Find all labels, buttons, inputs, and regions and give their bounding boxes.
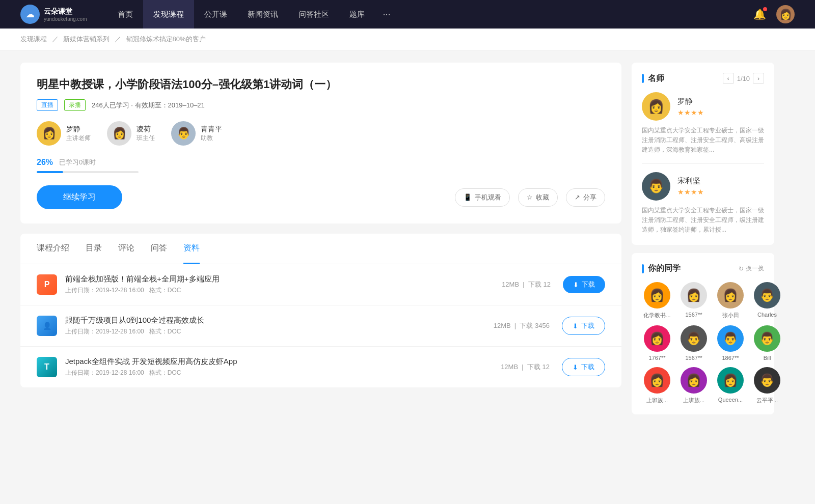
classmate-1-avatar: 👩 — [644, 282, 670, 309]
breadcrumb: 发现课程 ／ 新媒体营销系列 ／ 销冠修炼术搞定80%的客户 — [0, 29, 815, 50]
classmate-2-avatar: 👩 — [681, 282, 707, 309]
logo[interactable]: ☁ 云朵课堂 yundouketang.com — [20, 5, 87, 24]
nav-item-home[interactable]: 首页 — [107, 0, 143, 29]
classmate-2-name: 1567** — [678, 312, 709, 318]
teacher-1: 👩 罗静 主讲老师 — [37, 121, 91, 146]
classmate-7[interactable]: 👨 1867** — [715, 325, 746, 361]
classmate-12[interactable]: 👨 云平平... — [752, 367, 782, 404]
nav-item-discover[interactable]: 发现课程 — [143, 0, 194, 29]
nav-item-news[interactable]: 新闻资讯 — [237, 0, 288, 29]
download-button-2[interactable]: ⬇ 下载 — [562, 317, 605, 335]
sidebar: 名师 ‹ 1/10 › 👩 罗静 ★★★★ 国内某重点大学安全工程专业硕士， — [632, 63, 774, 414]
user-avatar[interactable]: 👩 — [776, 5, 795, 23]
nav-items: 首页 发现课程 公开课 新闻资讯 问答社区 题库 ··· — [107, 0, 753, 29]
mobile-icon: 📱 — [464, 193, 472, 201]
teacher-2-role: 班主任 — [137, 134, 155, 143]
classmate-6[interactable]: 👨 1567** — [678, 325, 709, 361]
teacher-3-name: 青青平 — [201, 125, 222, 134]
tab-intro[interactable]: 课程介绍 — [37, 234, 69, 264]
teacher-2: 👩 凌荷 班主任 — [107, 121, 155, 146]
resource-stats-3: 12MB | 下载 12 — [501, 362, 550, 372]
notification-bell[interactable]: 🔔 — [753, 8, 766, 20]
resource-icon-3: T — [37, 357, 57, 377]
classmate-10[interactable]: 👩 上班族... — [678, 367, 709, 404]
breadcrumb-current: 销冠修炼术搞定80%的客户 — [126, 35, 206, 43]
teacher-card-2-avatar: 👨 — [642, 172, 670, 201]
breadcrumb-sep-2: ／ — [115, 35, 121, 43]
progress-percent: 26% — [37, 158, 53, 167]
classmate-9-name: 上班族... — [642, 397, 672, 404]
classmate-8-avatar: 👨 — [754, 325, 780, 352]
teacher-2-avatar: 👩 — [107, 121, 131, 146]
badge-live: 直播 — [37, 99, 58, 111]
progress-text: 已学习0课时 — [59, 158, 96, 167]
teachers-header: 名师 ‹ 1/10 › — [642, 73, 764, 84]
nav-more-icon[interactable]: ··· — [375, 9, 399, 20]
download-icon-3: ⬇ — [573, 363, 578, 371]
resource-stats-2: 12MB | 下载 3456 — [494, 321, 550, 330]
resource-icon-1: P — [37, 274, 57, 295]
teacher-3-avatar: 👨 — [171, 121, 196, 146]
resource-icon-2: 👤 — [37, 316, 57, 336]
notification-dot — [763, 7, 767, 11]
breadcrumb-link-series[interactable]: 新媒体营销系列 — [63, 35, 110, 43]
classmate-4[interactable]: 👨 Charles — [752, 282, 782, 319]
classmate-3-avatar: 👩 — [717, 282, 744, 309]
mobile-watch-button[interactable]: 📱 手机观看 — [455, 188, 510, 207]
download-button-3[interactable]: ⬇ 下载 — [562, 358, 605, 376]
teacher-divider — [642, 163, 764, 164]
tab-directory[interactable]: 目录 — [86, 234, 102, 264]
classmate-1[interactable]: 👩 化学教书... — [642, 282, 672, 319]
classmate-8[interactable]: 👨 Bill — [752, 325, 782, 361]
classmate-10-avatar: 👩 — [681, 367, 707, 394]
badge-record: 录播 — [64, 99, 86, 111]
course-actions: 继续学习 📱 手机观看 ☆ 收藏 ↗ 分享 — [37, 185, 605, 209]
tab-resource[interactable]: 资料 — [183, 234, 200, 264]
progress-section: 26% 已学习0课时 — [37, 158, 605, 173]
resource-meta-1: 上传日期：2019-12-28 16:00 格式：DOC — [65, 286, 502, 295]
refresh-classmates-button[interactable]: ↻ 换一换 — [739, 264, 764, 273]
logo-subtext: yundouketang.com — [44, 16, 87, 22]
teacher-card-2: 👨 宋利坚 ★★★★ 国内某重点大学安全工程专业硕士，国家一级注册消防工程师、注… — [642, 172, 764, 235]
classmate-12-name: 云平平... — [752, 397, 782, 404]
classmate-2[interactable]: 👩 1567** — [678, 282, 709, 319]
classmate-6-avatar: 👨 — [681, 325, 707, 352]
breadcrumb-link-discover[interactable]: 发现课程 — [20, 35, 47, 43]
teacher-1-role: 主讲老师 — [66, 134, 91, 143]
teacher-1-name: 罗静 — [66, 125, 91, 134]
teacher-card-1-name: 罗静 — [677, 97, 704, 106]
progress-bar-bg — [37, 171, 139, 173]
teacher-pagination: ‹ 1/10 › — [723, 73, 764, 84]
resource-meta-2: 上传日期：2019-12-28 16:00 格式：DOC — [65, 327, 494, 336]
course-meta: 直播 录播 246人已学习 · 有效期至：2019–10–21 — [37, 99, 605, 111]
classmate-11[interactable]: 👩 Queeen... — [715, 367, 746, 404]
teacher-1-avatar: 👩 — [37, 121, 61, 146]
tab-qa[interactable]: 问答 — [151, 234, 167, 264]
tab-review[interactable]: 评论 — [118, 234, 134, 264]
share-button[interactable]: ↗ 分享 — [566, 188, 605, 207]
classmate-9[interactable]: 👩 上班族... — [642, 367, 672, 404]
nav-item-exam[interactable]: 题库 — [339, 0, 375, 29]
resource-info-3: Jetpack全组件实战 开发短视频应用高仿皮皮虾App 上传日期：2019-1… — [65, 357, 501, 377]
classmate-5-name: 1767** — [642, 355, 672, 361]
classmate-7-name: 1867** — [715, 355, 746, 361]
nav-item-public[interactable]: 公开课 — [194, 0, 237, 29]
collect-button[interactable]: ☆ 收藏 — [518, 188, 558, 207]
teacher-next-button[interactable]: › — [753, 73, 764, 84]
nav-item-qa[interactable]: 问答社区 — [288, 0, 339, 29]
classmate-5[interactable]: 👩 1767** — [642, 325, 672, 361]
download-button-1[interactable]: ⬇ 下载 — [563, 276, 605, 293]
classmate-4-avatar: 👨 — [754, 282, 780, 309]
action-buttons: 📱 手机观看 ☆ 收藏 ↗ 分享 — [455, 188, 605, 207]
classmate-3-name: 张小田 — [715, 312, 746, 319]
star-icon: ☆ — [527, 193, 533, 201]
teacher-prev-button[interactable]: ‹ — [723, 73, 734, 84]
classmates-header: 你的同学 ↻ 换一换 — [642, 263, 764, 274]
course-stats: 246人已学习 · 有效期至：2019–10–21 — [92, 101, 205, 110]
classmate-11-avatar: 👩 — [717, 367, 744, 394]
download-icon-2: ⬇ — [573, 322, 578, 330]
teacher-card-2-stars: ★★★★ — [677, 188, 704, 196]
teachers-row: 👩 罗静 主讲老师 👩 凌荷 班主任 👨 青青平 — [37, 121, 605, 146]
classmate-3[interactable]: 👩 张小田 — [715, 282, 746, 319]
continue-learning-button[interactable]: 继续学习 — [37, 185, 122, 209]
